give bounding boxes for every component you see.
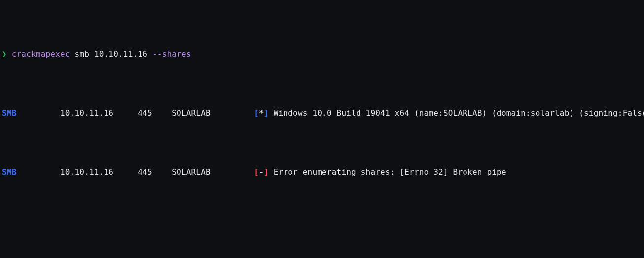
star-icon: * — [259, 108, 264, 118]
flag-shares: --shares — [152, 49, 191, 59]
smb-output-row: SMB 10.10.11.16 445 SOLARLAB [*] Windows… — [2, 107, 642, 119]
smb-output-row: SMB 10.10.11.16 445 SOLARLAB [-] Error e… — [2, 166, 642, 178]
bracket-open-icon: [ — [254, 108, 259, 118]
terminal-output[interactable]: ❯ crackmapexec smb 10.10.11.16 --shares … — [0, 0, 644, 258]
blank-line — [2, 214, 642, 226]
proto-arg: smb — [75, 49, 90, 59]
smb-tag: SMB — [2, 108, 17, 118]
hostname: SOLARLAB — [172, 108, 211, 118]
prompt-icon: ❯ — [2, 49, 7, 59]
bracket-close-icon: ] — [264, 108, 269, 118]
port: 445 — [138, 167, 152, 177]
target-arg: 10.10.11.16 — [94, 49, 147, 59]
port: 445 — [138, 108, 152, 118]
smb-tag: SMB — [2, 167, 17, 177]
ip: 10.10.11.16 — [60, 108, 113, 118]
ip: 10.10.11.16 — [60, 167, 113, 177]
bracket-open-icon: [ — [254, 167, 259, 177]
error-message: Error enumerating shares: [Errno 32] Bro… — [274, 167, 506, 177]
command-line-1: ❯ crackmapexec smb 10.10.11.16 --shares — [2, 48, 642, 60]
hostname: SOLARLAB — [172, 167, 211, 177]
bracket-close-icon: ] — [264, 167, 269, 177]
binary-name: crackmapexec — [12, 49, 70, 59]
minus-icon: - — [259, 167, 264, 177]
info-message: Windows 10.0 Build 19041 x64 (name:SOLAR… — [274, 108, 644, 118]
